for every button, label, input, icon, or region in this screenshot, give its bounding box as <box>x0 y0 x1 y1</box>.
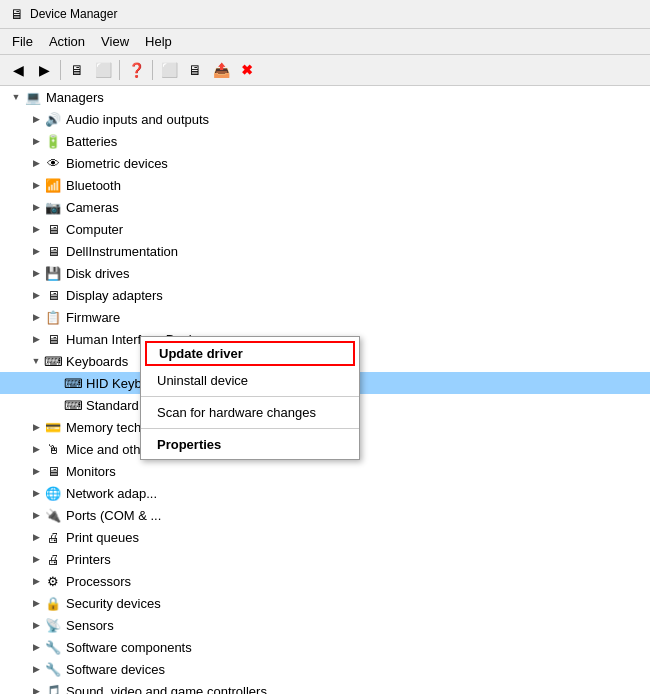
menu-bar: File Action View Help <box>0 29 650 55</box>
expander-software-dev[interactable]: ▶ <box>28 661 44 677</box>
expander-printers[interactable]: ▶ <box>28 551 44 567</box>
label-network: Network adap... <box>66 486 157 501</box>
expander-sound[interactable]: ▶ <box>28 683 44 694</box>
icon-display: 🖥 <box>44 286 62 304</box>
tree-item-ports[interactable]: ▶ 🔌 Ports (COM & ... <box>0 504 650 526</box>
tree-item-bluetooth[interactable]: ▶ 📶 Bluetooth <box>0 174 650 196</box>
tree-item-cameras[interactable]: ▶ 📷 Cameras <box>0 196 650 218</box>
expander-managers[interactable]: ▼ <box>8 89 24 105</box>
expander-disk[interactable]: ▶ <box>28 265 44 281</box>
help-button[interactable]: ❓ <box>124 58 148 82</box>
icon-batteries: 🔋 <box>44 132 62 150</box>
toolbar: ◀ ▶ 🖥 ⬜ ❓ ⬜ 🖥 📤 ✖ <box>0 55 650 86</box>
expander-processors[interactable]: ▶ <box>28 573 44 589</box>
expander-display[interactable]: ▶ <box>28 287 44 303</box>
label-security: Security devices <box>66 596 161 611</box>
icon-dell: 🖥 <box>44 242 62 260</box>
app-title: Device Manager <box>30 7 117 21</box>
delete-button[interactable]: ✖ <box>235 58 259 82</box>
tree-item-audio[interactable]: ▶ 🔊 Audio inputs and outputs <box>0 108 650 130</box>
expander-dell[interactable]: ▶ <box>28 243 44 259</box>
tree-item-dell[interactable]: ▶ 🖥 DellInstrumentation <box>0 240 650 262</box>
expander-computer[interactable]: ▶ <box>28 221 44 237</box>
label-display: Display adapters <box>66 288 163 303</box>
monitor-button[interactable]: 🖥 <box>183 58 207 82</box>
expander-hid[interactable]: ▶ <box>28 331 44 347</box>
tree-item-processors[interactable]: ▶ ⚙ Processors <box>0 570 650 592</box>
label-keyboards: Keyboards <box>66 354 128 369</box>
tree-item-batteries[interactable]: ▶ 🔋 Batteries <box>0 130 650 152</box>
tree-item-monitors[interactable]: ▶ 🖥 Monitors <box>0 460 650 482</box>
icon-bluetooth: 📶 <box>44 176 62 194</box>
app-icon: 🖥 <box>10 6 24 22</box>
expander-security[interactable]: ▶ <box>28 595 44 611</box>
tree-item-firmware[interactable]: ▶ 📋 Firmware <box>0 306 650 328</box>
expander-biometric[interactable]: ▶ <box>28 155 44 171</box>
tree-item-network[interactable]: ▶ 🌐 Network adap... <box>0 482 650 504</box>
expander-print-queues[interactable]: ▶ <box>28 529 44 545</box>
expander-audio[interactable]: ▶ <box>28 111 44 127</box>
icon-sound: 🎵 <box>44 682 62 694</box>
icon-security: 🔒 <box>44 594 62 612</box>
label-ports: Ports (COM & ... <box>66 508 161 523</box>
expander-ports[interactable]: ▶ <box>28 507 44 523</box>
tree-item-sound[interactable]: ▶ 🎵 Sound, video and game controllers <box>0 680 650 694</box>
update-button[interactable]: ⬜ <box>157 58 181 82</box>
expander-cameras[interactable]: ▶ <box>28 199 44 215</box>
label-audio: Audio inputs and outputs <box>66 112 209 127</box>
menu-help[interactable]: Help <box>137 31 180 52</box>
icon-mice: 🖱 <box>44 440 62 458</box>
label-dell: DellInstrumentation <box>66 244 178 259</box>
back-button[interactable]: ◀ <box>6 58 30 82</box>
computer-button[interactable]: 🖥 <box>65 58 89 82</box>
tree-item-software-comp[interactable]: ▶ 🔧 Software components <box>0 636 650 658</box>
expander-hid-keyboard <box>48 375 64 391</box>
icon-memory: 💳 <box>44 418 62 436</box>
tree-item-disk[interactable]: ▶ 💾 Disk drives <box>0 262 650 284</box>
tree-item-security[interactable]: ▶ 🔒 Security devices <box>0 592 650 614</box>
expander-mice[interactable]: ▶ <box>28 441 44 457</box>
forward-button[interactable]: ▶ <box>32 58 56 82</box>
menu-action[interactable]: Action <box>41 31 93 52</box>
icon-hid-keyboard: ⌨ <box>64 374 82 392</box>
tree-item-display[interactable]: ▶ 🖥 Display adapters <box>0 284 650 306</box>
context-menu-scan[interactable]: Scan for hardware changes <box>141 400 359 425</box>
label-biometric: Biometric devices <box>66 156 168 171</box>
tree-item-managers[interactable]: ▼ 💻 Managers <box>0 86 650 108</box>
context-menu-update-driver[interactable]: Update driver <box>145 341 355 366</box>
expander-network[interactable]: ▶ <box>28 485 44 501</box>
context-menu-uninstall-device[interactable]: Uninstall device <box>141 368 359 393</box>
toolbar-sep-3 <box>152 60 153 80</box>
expander-memory[interactable]: ▶ <box>28 419 44 435</box>
tree-item-print-queues[interactable]: ▶ 🖨 Print queues <box>0 526 650 548</box>
icon-computer: 🖥 <box>44 220 62 238</box>
expander-bluetooth[interactable]: ▶ <box>28 177 44 193</box>
tree-item-software-dev[interactable]: ▶ 🔧 Software devices <box>0 658 650 680</box>
toolbar-sep-2 <box>119 60 120 80</box>
expander-sensors[interactable]: ▶ <box>28 617 44 633</box>
context-menu-properties[interactable]: Properties <box>141 432 359 457</box>
menu-view[interactable]: View <box>93 31 137 52</box>
icon-processors: ⚙ <box>44 572 62 590</box>
menu-file[interactable]: File <box>4 31 41 52</box>
label-sound: Sound, video and game controllers <box>66 684 267 695</box>
label-batteries: Batteries <box>66 134 117 149</box>
expander-monitors[interactable]: ▶ <box>28 463 44 479</box>
uninstall-button[interactable]: 📤 <box>209 58 233 82</box>
icon-audio: 🔊 <box>44 110 62 128</box>
label-cameras: Cameras <box>66 200 119 215</box>
icon-print-queues: 🖨 <box>44 528 62 546</box>
expander-keyboards[interactable]: ▼ <box>28 353 44 369</box>
properties-button[interactable]: ⬜ <box>91 58 115 82</box>
tree-item-biometric[interactable]: ▶ 👁 Biometric devices <box>0 152 650 174</box>
label-computer: Computer <box>66 222 123 237</box>
tree-item-sensors[interactable]: ▶ 📡 Sensors <box>0 614 650 636</box>
tree-item-printers[interactable]: ▶ 🖨 Printers <box>0 548 650 570</box>
tree-area: ▼ 💻 Managers ▶ 🔊 Audio inputs and output… <box>0 86 650 694</box>
icon-keyboards: ⌨ <box>44 352 62 370</box>
expander-firmware[interactable]: ▶ <box>28 309 44 325</box>
label-managers: Managers <box>46 90 104 105</box>
expander-software-comp[interactable]: ▶ <box>28 639 44 655</box>
expander-batteries[interactable]: ▶ <box>28 133 44 149</box>
tree-item-computer[interactable]: ▶ 🖥 Computer <box>0 218 650 240</box>
